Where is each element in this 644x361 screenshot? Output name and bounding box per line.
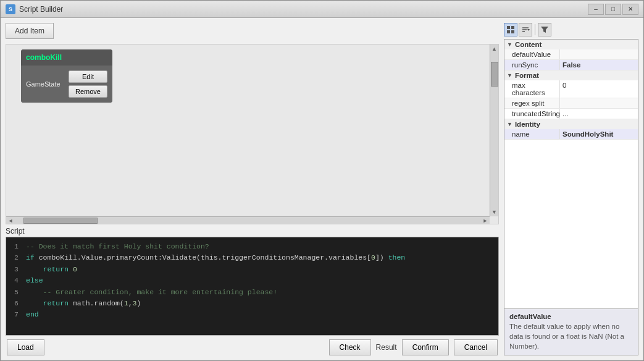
canvas-area: comboKill GameState Edit Remove ▲ ▼: [6, 44, 499, 224]
bottom-bar: Load Check Result Confirm Cancel: [6, 339, 499, 355]
toolbar-divider: [535, 24, 535, 35]
script-editor[interactable]: 1 -- Does it match first Holy shit condi…: [6, 237, 499, 336]
code-content-5: -- Greater condition, make it more enter…: [26, 287, 277, 298]
left-panel: Add Item comboKill GameState Edit Remove: [6, 23, 499, 355]
svg-rect-1: [511, 26, 514, 29]
code-line-7: 7 end: [11, 309, 493, 320]
right-panel: ▼ Content defaultValue runSync False ▼ F…: [504, 23, 638, 355]
line-num-5: 5: [11, 287, 19, 298]
code-line-2: 2 if comboKill.Value.primaryCount:Valida…: [11, 252, 493, 263]
title-bar-left: S Script Builder: [6, 4, 67, 14]
section-label-format: Format: [515, 72, 539, 79]
prop-key-runsync: runSync: [504, 60, 560, 70]
svg-rect-3: [511, 30, 514, 33]
toolbar: Add Item: [6, 23, 499, 39]
section-arrow-content: ▼: [507, 41, 512, 48]
prop-row-regexsplit: regex split: [504, 98, 638, 109]
line-num-6: 6: [11, 298, 19, 309]
prop-value-defaultvalue[interactable]: [560, 49, 638, 59]
prop-filter-icon[interactable]: [538, 23, 551, 36]
section-arrow-format: ▼: [507, 72, 512, 79]
node-buttons: Edit Remove: [69, 70, 107, 98]
minimize-button[interactable]: –: [588, 4, 604, 15]
prop-value-runsync[interactable]: False: [560, 60, 638, 70]
section-arrow-identity: ▼: [507, 121, 512, 127]
section-header-content[interactable]: ▼ Content: [504, 40, 638, 49]
code-content-3: return 0: [26, 264, 77, 275]
code-content-7: end: [26, 309, 39, 320]
cancel-button[interactable]: Cancel: [454, 339, 498, 355]
confirm-button[interactable]: Confirm: [402, 339, 449, 355]
code-line-5: 5 -- Greater condition, make it more ent…: [11, 287, 493, 298]
section-label-identity: Identity: [515, 121, 540, 128]
svg-rect-2: [507, 30, 510, 33]
section-header-format[interactable]: ▼ Format: [504, 70, 638, 80]
result-label: Result: [376, 343, 397, 352]
main-window: S Script Builder – □ ✕ Add Item comboKil…: [0, 0, 644, 361]
prop-row-name: name SoundHolyShit: [504, 129, 638, 140]
prop-desc-title: defaultValue: [509, 313, 633, 320]
horizontal-scrollbar[interactable]: ◄ ►: [6, 216, 490, 224]
maximize-button[interactable]: □: [605, 4, 621, 15]
line-num-3: 3: [11, 264, 19, 275]
prop-value-regexsplit[interactable]: [560, 98, 638, 108]
property-grid: ▼ Content defaultValue runSync False ▼ F…: [504, 39, 638, 309]
title-bar-controls: – □ ✕: [588, 4, 638, 15]
scroll-left-arrow[interactable]: ◄: [6, 217, 15, 224]
prop-row-runsync: runSync False: [504, 60, 638, 70]
node-edit-button[interactable]: Edit: [69, 70, 107, 83]
svg-marker-7: [541, 27, 548, 33]
section-label-content: Content: [515, 41, 542, 48]
script-section: Script 1 -- Does it match first Holy shi…: [6, 227, 499, 336]
script-label: Script: [6, 227, 499, 236]
property-description: defaultValue The default value to apply …: [504, 309, 638, 355]
scroll-right-arrow[interactable]: ►: [481, 217, 490, 224]
scroll-down-arrow[interactable]: ▼: [490, 208, 498, 216]
prop-value-maxchars[interactable]: 0: [560, 80, 638, 98]
add-item-button[interactable]: Add Item: [6, 23, 54, 39]
prop-sort-icon[interactable]: [519, 23, 532, 36]
section-header-identity[interactable]: ▼ Identity: [504, 119, 638, 129]
prop-grid-icon[interactable]: [504, 23, 517, 36]
code-content-1: -- Does it match first Holy shit conditi…: [26, 241, 209, 252]
close-button[interactable]: ✕: [622, 4, 638, 15]
code-line-3: 3 return 0: [11, 264, 493, 275]
code-line-1: 1 -- Does it match first Holy shit condi…: [11, 241, 493, 252]
main-content: Add Item comboKill GameState Edit Remove: [1, 18, 643, 360]
prop-row-defaultvalue: defaultValue: [504, 49, 638, 60]
prop-value-truncated[interactable]: ...: [560, 109, 638, 119]
line-num-2: 2: [11, 252, 19, 263]
prop-key-truncated: truncatedString: [504, 109, 560, 119]
line-num-4: 4: [11, 275, 19, 286]
code-content-6: return math.random(1,3): [26, 298, 141, 309]
window-title: Script Builder: [19, 5, 63, 14]
node-header: comboKill: [21, 49, 112, 66]
node-body: GameState Edit Remove: [21, 66, 112, 103]
prop-desc-text: The default value to apply when no data …: [509, 321, 633, 351]
prop-key-defaultvalue: defaultValue: [504, 49, 560, 59]
code-line-6: 6 return math.random(1,3): [11, 298, 493, 309]
app-icon: S: [6, 4, 15, 14]
node-remove-button[interactable]: Remove: [69, 85, 107, 98]
prop-row-maxchars: max characters 0: [504, 80, 638, 98]
title-bar: S Script Builder – □ ✕: [1, 1, 643, 18]
code-content-2: if comboKill.Value.primaryCount:Validate…: [26, 252, 405, 263]
svg-rect-0: [507, 26, 510, 29]
scroll-thumb-h[interactable]: [23, 218, 98, 224]
line-num-1: 1: [11, 241, 19, 252]
prop-key-maxchars: max characters: [504, 80, 560, 98]
prop-key-regexsplit: regex split: [504, 98, 560, 108]
prop-value-name[interactable]: SoundHolyShit: [560, 129, 638, 139]
prop-row-truncated: truncatedString ...: [504, 109, 638, 119]
prop-key-name: name: [504, 129, 560, 139]
scroll-thumb-v[interactable]: [491, 62, 498, 87]
node-block: comboKill GameState Edit Remove: [21, 49, 112, 103]
load-button[interactable]: Load: [7, 339, 44, 355]
vertical-scrollbar[interactable]: ▲ ▼: [490, 45, 498, 216]
check-button[interactable]: Check: [329, 339, 371, 355]
code-line-4: 4 else: [11, 275, 493, 286]
line-num-7: 7: [11, 309, 19, 320]
node-port-label: GameState: [26, 80, 65, 88]
scroll-up-arrow[interactable]: ▲: [490, 45, 498, 53]
code-content-4: else: [26, 275, 43, 286]
